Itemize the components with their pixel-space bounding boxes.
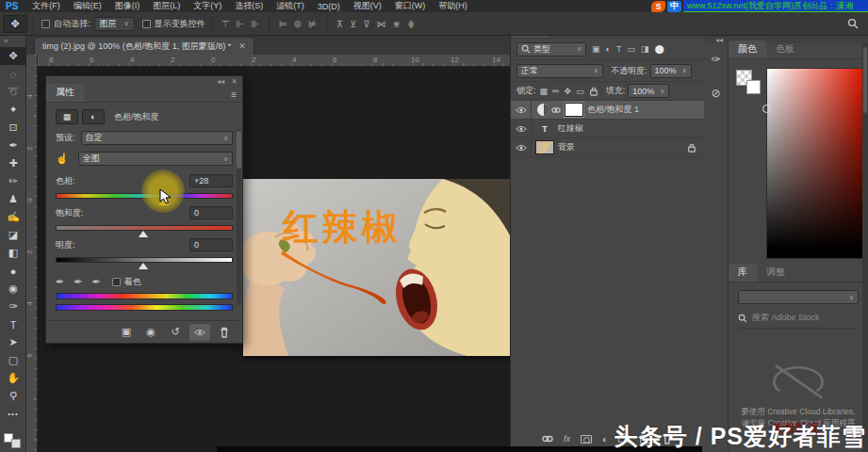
clip-to-layer-button[interactable]: ▣ [116, 324, 137, 341]
distribute-bottom-icon[interactable]: ⊽ [363, 19, 369, 29]
distribute-vcenter-icon[interactable]: ⊻ [350, 19, 356, 29]
tool-gradient[interactable]: ◧ [0, 244, 26, 262]
document-tab[interactable]: timg (2).jpg @ 100% (色相/饱和度 1, 图层蒙版/8) *… [34, 37, 254, 55]
tool-crop[interactable]: ⊡ [0, 119, 26, 137]
tool-spot-healing[interactable]: ✚ [0, 154, 26, 172]
eyedropper-icon[interactable]: ✒ [56, 276, 64, 288]
lightness-slider-thumb[interactable] [139, 263, 148, 269]
lightness-slider[interactable] [56, 255, 233, 266]
menu-3d[interactable]: 3D(D) [311, 2, 347, 11]
align-left-icon[interactable]: ⊤ [221, 19, 230, 29]
align-vcenter-icon[interactable]: ⊜ [294, 19, 302, 29]
align-top-icon[interactable]: ⊨ [279, 19, 287, 29]
search-icon[interactable] [847, 18, 859, 29]
visibility-toggle-button[interactable] [189, 324, 210, 341]
show-transform-checkbox[interactable] [142, 20, 151, 28]
tool-pen[interactable]: ✑ [0, 298, 26, 315]
tool-more[interactable]: ••• [0, 405, 26, 423]
tool-lasso[interactable]: ➰ [0, 83, 26, 101]
dock-scrollbar[interactable] [862, 43, 868, 452]
color-swatch-pair[interactable] [736, 70, 761, 94]
tool-path-selection[interactable]: ➤ [0, 333, 26, 351]
hue-value-input[interactable]: +28 [189, 174, 233, 187]
align-hcenter-icon[interactable]: ⊩ [236, 19, 244, 29]
layer-visibility-toggle[interactable] [511, 138, 532, 156]
layer-mask-thumbnail[interactable] [565, 103, 583, 117]
filter-smart-objects-icon[interactable]: ◨ [641, 44, 649, 54]
background-color-swatch[interactable] [746, 80, 761, 94]
tool-history-brush[interactable]: ✍ [0, 208, 26, 226]
align-bottom-icon[interactable]: ⊭ [308, 19, 317, 29]
layer-row-hue-saturation[interactable]: 色相/饱和度 1 [511, 101, 704, 120]
lock-paint-icon[interactable]: ✏ [552, 87, 560, 96]
tool-type[interactable]: T [0, 315, 26, 333]
reset-button[interactable]: ↺ [165, 324, 186, 341]
canvas-image[interactable]: 红辣椒 [243, 179, 510, 356]
menu-filter[interactable]: 滤镜(T) [270, 0, 311, 12]
background-lock-icon[interactable] [687, 142, 696, 153]
tool-zoom[interactable]: ⚲ [0, 387, 26, 405]
library-search[interactable]: 搜索 Adobe Stock [738, 312, 859, 329]
background-color-swatch[interactable] [11, 439, 21, 448]
eyedropper-minus-icon[interactable]: ✒ [91, 276, 100, 288]
layer-visibility-toggle[interactable] [511, 101, 532, 119]
previous-state-button[interactable]: ◉ [140, 324, 161, 341]
tool-eraser[interactable]: ◪ [0, 226, 26, 244]
lightness-value-input[interactable]: 0 [189, 238, 233, 251]
distribute-top-icon[interactable]: ⊼ [336, 19, 343, 29]
filter-toggle-icon[interactable]: ⬤ [654, 44, 663, 54]
align-right-icon[interactable]: ⊪ [251, 19, 259, 29]
tool-blur[interactable]: ● [0, 262, 26, 280]
menu-help[interactable]: 帮助(H) [432, 0, 474, 12]
tool-hand[interactable]: ✋ [0, 369, 26, 387]
distribute-hcenter-icon[interactable]: ⋇ [393, 19, 401, 29]
link-layers-icon[interactable] [542, 433, 553, 444]
distribute-right-icon[interactable]: ⋕ [407, 19, 415, 29]
tool-eyedropper[interactable]: ✒ [0, 137, 26, 154]
color-picker-marker[interactable] [762, 105, 771, 113]
layer-thumbnail[interactable] [535, 140, 554, 154]
toolbar-collapse-icon[interactable]: » [0, 36, 25, 47]
close-icon[interactable]: ✕ [231, 77, 237, 86]
menu-view[interactable]: 视图(V) [347, 0, 388, 12]
tool-quick-selection[interactable]: ✦ [0, 101, 26, 119]
saturation-value-input[interactable]: 0 [189, 206, 233, 219]
fill-dropdown[interactable]: 100% ∨ [628, 84, 669, 98]
tab-color[interactable]: 颜色 [729, 40, 766, 58]
lock-transparency-icon[interactable]: ▦ [540, 87, 549, 96]
filter-shape-layers-icon[interactable]: ▭ [627, 44, 635, 54]
delete-adjustment-button[interactable] [214, 324, 235, 341]
tool-dodge[interactable]: ◉ [0, 280, 26, 298]
auto-select-checkbox[interactable] [41, 20, 50, 28]
menu-window[interactable]: 窗口(W) [388, 0, 433, 12]
filter-type-layers-icon[interactable]: T [616, 44, 622, 54]
tab-properties[interactable]: 属性 [46, 84, 84, 102]
menu-layer[interactable]: 图层(L) [146, 0, 187, 12]
clone-source-panel-icon[interactable]: ⊘ [711, 87, 720, 100]
eyedropper-plus-icon[interactable]: ✒ [74, 276, 82, 288]
distribute-left-icon[interactable]: ⋈ [377, 19, 386, 29]
menu-edit[interactable]: 编辑(E) [67, 0, 108, 12]
tool-shape[interactable]: ▢ [0, 351, 26, 369]
targeted-adjustment-icon[interactable]: ☝ [56, 153, 69, 165]
menu-file[interactable]: 文件(F) [25, 0, 67, 12]
menu-select[interactable]: 选择(S) [228, 0, 270, 12]
blend-mode-dropdown[interactable]: 正常 ∨ [516, 64, 603, 78]
saturation-slider-thumb[interactable] [139, 231, 148, 237]
tab-libraries[interactable]: 库 [729, 264, 757, 282]
close-tab-icon[interactable]: ✕ [238, 41, 246, 51]
tab-adjustments[interactable]: 调整 [757, 264, 794, 282]
layer-style-icon[interactable]: fx [564, 434, 570, 444]
mask-link-icon[interactable] [551, 105, 561, 115]
library-dropdown[interactable]: ∨ [738, 290, 859, 304]
layer-name[interactable]: 背景 [558, 141, 575, 153]
layer-name[interactable]: 红辣椒 [558, 122, 583, 135]
tab-swatches[interactable]: 色板 [766, 40, 804, 58]
color-picker-field[interactable] [766, 68, 863, 259]
filter-pixel-layers-icon[interactable]: ▣ [592, 44, 600, 54]
layer-name[interactable]: 色相/饱和度 1 [587, 104, 639, 116]
layer-row-text[interactable]: T 红辣椒 [511, 120, 704, 138]
properties-scrollbar[interactable] [237, 129, 241, 305]
channel-dropdown[interactable]: 全图 ∨ [78, 152, 233, 166]
saturation-slider[interactable] [56, 223, 233, 234]
